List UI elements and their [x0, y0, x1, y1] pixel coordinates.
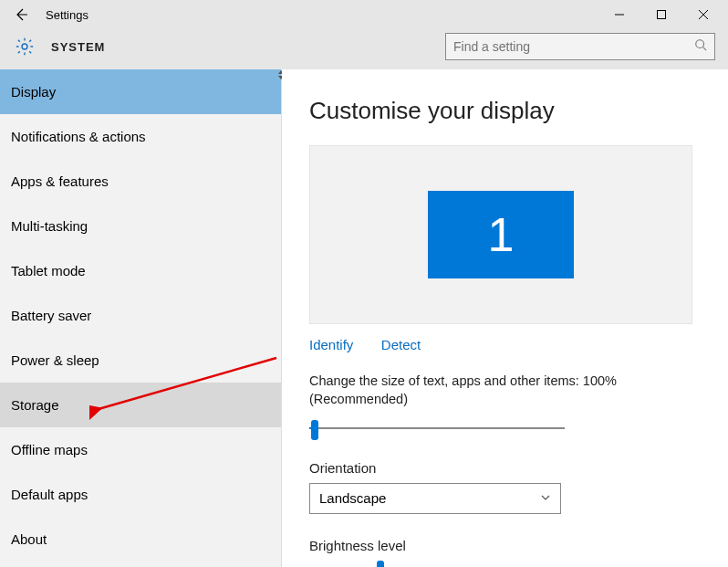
svg-point-2 [22, 44, 27, 49]
sidebar-item-label: Apps & features [11, 173, 109, 189]
sidebar-item-label: About [11, 531, 47, 547]
identify-link[interactable]: Identify [309, 337, 353, 352]
sidebar-item-storage[interactable]: Storage [0, 383, 281, 427]
brightness-slider[interactable] [309, 561, 565, 567]
svg-point-3 [696, 40, 704, 48]
gear-icon [15, 37, 35, 57]
sidebar-item-label: Storage [11, 397, 59, 413]
sidebar-item-battery-saver[interactable]: Battery saver [0, 293, 281, 338]
close-button[interactable] [682, 0, 724, 29]
search-box[interactable] [445, 33, 715, 60]
sidebar-item-label: Display [11, 84, 56, 100]
display-links-row: Identify Detect [309, 337, 701, 353]
sidebar-item-label: Battery saver [11, 308, 91, 323]
sidebar-item-label: Tablet mode [11, 263, 86, 278]
scale-slider[interactable] [309, 420, 565, 436]
orientation-value: Landscape [319, 490, 386, 506]
chevron-down-icon [540, 490, 551, 506]
svg-rect-1 [658, 11, 666, 19]
window-title: Settings [46, 8, 88, 22]
sidebar-item-offline-maps[interactable]: Offline maps [0, 427, 281, 472]
sidebar-item-display[interactable]: Display [0, 69, 281, 114]
sidebar-item-tablet-mode[interactable]: Tablet mode [0, 248, 281, 293]
breadcrumb[interactable]: SYSTEM [51, 40, 105, 54]
header: SYSTEM [0, 29, 728, 69]
detect-link[interactable]: Detect [381, 337, 421, 352]
sidebar: Display Notifications & actions Apps & f… [0, 69, 282, 567]
sidebar-item-notifications[interactable]: Notifications & actions [0, 114, 281, 159]
sidebar-item-label: Offline maps [11, 442, 88, 457]
sidebar-item-multitasking[interactable]: Multi-tasking [0, 204, 281, 248]
page-title: Customise your display [309, 97, 701, 125]
brightness-label: Brightness level [309, 538, 701, 553]
orientation-select[interactable]: Landscape [309, 483, 561, 514]
orientation-label: Orientation [309, 460, 701, 476]
search-icon [694, 38, 707, 55]
content-pane: Customise your display 1 Identify Detect… [282, 69, 728, 567]
sidebar-item-about[interactable]: About [0, 517, 281, 562]
window-controls [598, 0, 724, 29]
minimize-button[interactable] [598, 0, 640, 29]
maximize-button[interactable] [640, 0, 682, 29]
sidebar-item-apps-features[interactable]: Apps & features [0, 159, 281, 204]
scale-label: Change the size of text, apps and other … [309, 372, 701, 409]
search-input[interactable] [453, 39, 694, 54]
sidebar-item-label: Power & sleep [11, 352, 99, 368]
titlebar: Settings [0, 0, 728, 29]
sidebar-item-label: Notifications & actions [11, 129, 146, 144]
back-button[interactable] [4, 0, 38, 29]
display-arrangement-box[interactable]: 1 [309, 145, 692, 324]
sidebar-item-power-sleep[interactable]: Power & sleep [0, 338, 281, 383]
monitor-number: 1 [488, 207, 515, 262]
sidebar-item-label: Multi-tasking [11, 218, 88, 234]
sidebar-item-label: Default apps [11, 487, 88, 502]
sidebar-item-default-apps[interactable]: Default apps [0, 472, 281, 517]
monitor-1[interactable]: 1 [428, 191, 574, 278]
